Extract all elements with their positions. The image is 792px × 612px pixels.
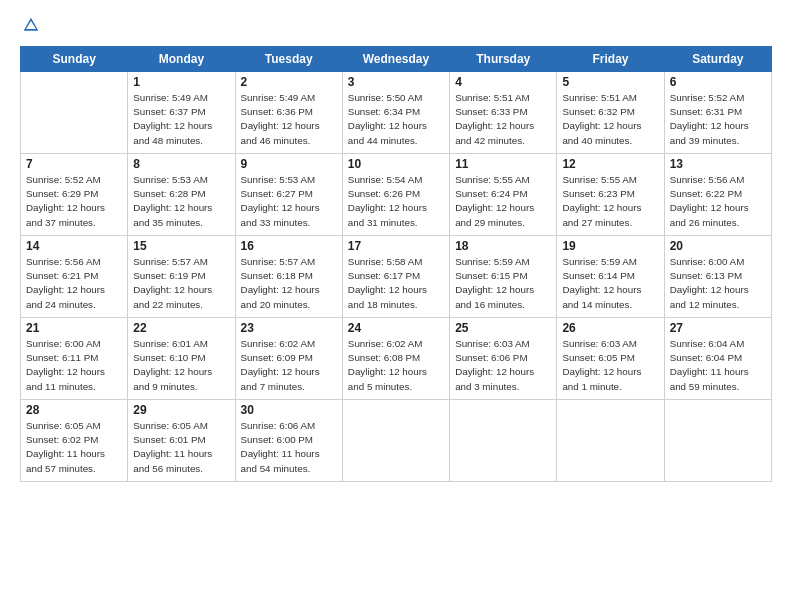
day-info: Sunrise: 5:49 AM Sunset: 6:36 PM Dayligh… <box>241 91 337 148</box>
day-number: 17 <box>348 239 444 253</box>
col-header-wednesday: Wednesday <box>342 47 449 72</box>
day-cell-10: 10Sunrise: 5:54 AM Sunset: 6:26 PM Dayli… <box>342 154 449 236</box>
day-number: 4 <box>455 75 551 89</box>
day-cell-29: 29Sunrise: 6:05 AM Sunset: 6:01 PM Dayli… <box>128 400 235 482</box>
day-info: Sunrise: 6:02 AM Sunset: 6:09 PM Dayligh… <box>241 337 337 394</box>
day-cell-23: 23Sunrise: 6:02 AM Sunset: 6:09 PM Dayli… <box>235 318 342 400</box>
day-cell-30: 30Sunrise: 6:06 AM Sunset: 6:00 PM Dayli… <box>235 400 342 482</box>
day-cell-24: 24Sunrise: 6:02 AM Sunset: 6:08 PM Dayli… <box>342 318 449 400</box>
day-cell-19: 19Sunrise: 5:59 AM Sunset: 6:14 PM Dayli… <box>557 236 664 318</box>
day-cell-3: 3Sunrise: 5:50 AM Sunset: 6:34 PM Daylig… <box>342 72 449 154</box>
day-info: Sunrise: 6:03 AM Sunset: 6:05 PM Dayligh… <box>562 337 658 394</box>
empty-cell <box>557 400 664 482</box>
day-cell-25: 25Sunrise: 6:03 AM Sunset: 6:06 PM Dayli… <box>450 318 557 400</box>
day-number: 22 <box>133 321 229 335</box>
col-header-sunday: Sunday <box>21 47 128 72</box>
day-cell-11: 11Sunrise: 5:55 AM Sunset: 6:24 PM Dayli… <box>450 154 557 236</box>
day-info: Sunrise: 6:04 AM Sunset: 6:04 PM Dayligh… <box>670 337 766 394</box>
day-number: 5 <box>562 75 658 89</box>
day-number: 13 <box>670 157 766 171</box>
day-number: 10 <box>348 157 444 171</box>
day-info: Sunrise: 5:56 AM Sunset: 6:21 PM Dayligh… <box>26 255 122 312</box>
day-info: Sunrise: 5:59 AM Sunset: 6:14 PM Dayligh… <box>562 255 658 312</box>
day-number: 28 <box>26 403 122 417</box>
day-info: Sunrise: 6:01 AM Sunset: 6:10 PM Dayligh… <box>133 337 229 394</box>
day-cell-7: 7Sunrise: 5:52 AM Sunset: 6:29 PM Daylig… <box>21 154 128 236</box>
day-info: Sunrise: 5:52 AM Sunset: 6:31 PM Dayligh… <box>670 91 766 148</box>
day-number: 7 <box>26 157 122 171</box>
day-cell-5: 5Sunrise: 5:51 AM Sunset: 6:32 PM Daylig… <box>557 72 664 154</box>
day-cell-16: 16Sunrise: 5:57 AM Sunset: 6:18 PM Dayli… <box>235 236 342 318</box>
day-info: Sunrise: 5:53 AM Sunset: 6:27 PM Dayligh… <box>241 173 337 230</box>
day-cell-28: 28Sunrise: 6:05 AM Sunset: 6:02 PM Dayli… <box>21 400 128 482</box>
day-info: Sunrise: 6:00 AM Sunset: 6:13 PM Dayligh… <box>670 255 766 312</box>
col-header-monday: Monday <box>128 47 235 72</box>
day-number: 14 <box>26 239 122 253</box>
day-number: 6 <box>670 75 766 89</box>
week-row-1: 1Sunrise: 5:49 AM Sunset: 6:37 PM Daylig… <box>21 72 772 154</box>
day-number: 11 <box>455 157 551 171</box>
day-cell-20: 20Sunrise: 6:00 AM Sunset: 6:13 PM Dayli… <box>664 236 771 318</box>
calendar-table: SundayMondayTuesdayWednesdayThursdayFrid… <box>20 46 772 482</box>
week-row-5: 28Sunrise: 6:05 AM Sunset: 6:02 PM Dayli… <box>21 400 772 482</box>
day-number: 29 <box>133 403 229 417</box>
day-cell-22: 22Sunrise: 6:01 AM Sunset: 6:10 PM Dayli… <box>128 318 235 400</box>
day-info: Sunrise: 5:54 AM Sunset: 6:26 PM Dayligh… <box>348 173 444 230</box>
day-number: 27 <box>670 321 766 335</box>
day-number: 8 <box>133 157 229 171</box>
day-info: Sunrise: 5:59 AM Sunset: 6:15 PM Dayligh… <box>455 255 551 312</box>
day-info: Sunrise: 5:57 AM Sunset: 6:18 PM Dayligh… <box>241 255 337 312</box>
day-info: Sunrise: 5:55 AM Sunset: 6:24 PM Dayligh… <box>455 173 551 230</box>
day-info: Sunrise: 6:00 AM Sunset: 6:11 PM Dayligh… <box>26 337 122 394</box>
empty-cell <box>664 400 771 482</box>
day-number: 23 <box>241 321 337 335</box>
week-row-3: 14Sunrise: 5:56 AM Sunset: 6:21 PM Dayli… <box>21 236 772 318</box>
day-number: 9 <box>241 157 337 171</box>
day-info: Sunrise: 5:55 AM Sunset: 6:23 PM Dayligh… <box>562 173 658 230</box>
day-cell-14: 14Sunrise: 5:56 AM Sunset: 6:21 PM Dayli… <box>21 236 128 318</box>
day-info: Sunrise: 6:05 AM Sunset: 6:02 PM Dayligh… <box>26 419 122 476</box>
day-cell-12: 12Sunrise: 5:55 AM Sunset: 6:23 PM Dayli… <box>557 154 664 236</box>
day-cell-8: 8Sunrise: 5:53 AM Sunset: 6:28 PM Daylig… <box>128 154 235 236</box>
day-cell-9: 9Sunrise: 5:53 AM Sunset: 6:27 PM Daylig… <box>235 154 342 236</box>
week-row-2: 7Sunrise: 5:52 AM Sunset: 6:29 PM Daylig… <box>21 154 772 236</box>
day-cell-6: 6Sunrise: 5:52 AM Sunset: 6:31 PM Daylig… <box>664 72 771 154</box>
day-number: 16 <box>241 239 337 253</box>
day-number: 30 <box>241 403 337 417</box>
day-info: Sunrise: 6:06 AM Sunset: 6:00 PM Dayligh… <box>241 419 337 476</box>
day-info: Sunrise: 5:58 AM Sunset: 6:17 PM Dayligh… <box>348 255 444 312</box>
day-number: 2 <box>241 75 337 89</box>
day-cell-18: 18Sunrise: 5:59 AM Sunset: 6:15 PM Dayli… <box>450 236 557 318</box>
calendar-header-row: SundayMondayTuesdayWednesdayThursdayFrid… <box>21 47 772 72</box>
day-number: 19 <box>562 239 658 253</box>
day-cell-17: 17Sunrise: 5:58 AM Sunset: 6:17 PM Dayli… <box>342 236 449 318</box>
day-number: 24 <box>348 321 444 335</box>
col-header-friday: Friday <box>557 47 664 72</box>
day-cell-27: 27Sunrise: 6:04 AM Sunset: 6:04 PM Dayli… <box>664 318 771 400</box>
day-number: 3 <box>348 75 444 89</box>
day-info: Sunrise: 5:56 AM Sunset: 6:22 PM Dayligh… <box>670 173 766 230</box>
day-cell-26: 26Sunrise: 6:03 AM Sunset: 6:05 PM Dayli… <box>557 318 664 400</box>
day-info: Sunrise: 5:51 AM Sunset: 6:33 PM Dayligh… <box>455 91 551 148</box>
empty-cell <box>21 72 128 154</box>
day-number: 1 <box>133 75 229 89</box>
week-row-4: 21Sunrise: 6:00 AM Sunset: 6:11 PM Dayli… <box>21 318 772 400</box>
day-cell-1: 1Sunrise: 5:49 AM Sunset: 6:37 PM Daylig… <box>128 72 235 154</box>
day-number: 21 <box>26 321 122 335</box>
day-info: Sunrise: 5:52 AM Sunset: 6:29 PM Dayligh… <box>26 173 122 230</box>
day-info: Sunrise: 5:50 AM Sunset: 6:34 PM Dayligh… <box>348 91 444 148</box>
day-number: 26 <box>562 321 658 335</box>
day-info: Sunrise: 6:03 AM Sunset: 6:06 PM Dayligh… <box>455 337 551 394</box>
day-info: Sunrise: 5:49 AM Sunset: 6:37 PM Dayligh… <box>133 91 229 148</box>
day-number: 25 <box>455 321 551 335</box>
logo <box>20 18 42 38</box>
empty-cell <box>342 400 449 482</box>
col-header-saturday: Saturday <box>664 47 771 72</box>
day-cell-2: 2Sunrise: 5:49 AM Sunset: 6:36 PM Daylig… <box>235 72 342 154</box>
col-header-thursday: Thursday <box>450 47 557 72</box>
day-number: 15 <box>133 239 229 253</box>
day-cell-15: 15Sunrise: 5:57 AM Sunset: 6:19 PM Dayli… <box>128 236 235 318</box>
day-info: Sunrise: 5:51 AM Sunset: 6:32 PM Dayligh… <box>562 91 658 148</box>
day-cell-21: 21Sunrise: 6:00 AM Sunset: 6:11 PM Dayli… <box>21 318 128 400</box>
day-number: 20 <box>670 239 766 253</box>
